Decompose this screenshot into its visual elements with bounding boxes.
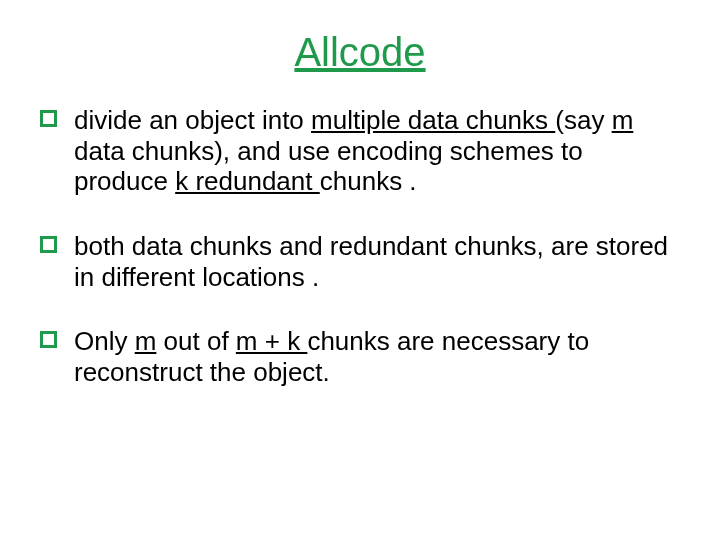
bullet-text: Only m out of m + k chunks are necessary…: [74, 326, 589, 387]
slide-title: Allcode: [40, 30, 680, 75]
square-bullet-icon: [40, 236, 57, 253]
bullet-text: both data chunks and redundant chunks, a…: [74, 231, 668, 292]
bullet-item: both data chunks and redundant chunks, a…: [40, 231, 680, 292]
bullet-item: divide an object into multiple data chun…: [40, 105, 680, 197]
square-bullet-icon: [40, 110, 57, 127]
bullet-text: divide an object into multiple data chun…: [74, 105, 633, 196]
bullet-list: divide an object into multiple data chun…: [40, 105, 680, 388]
bullet-item: Only m out of m + k chunks are necessary…: [40, 326, 680, 387]
square-bullet-icon: [40, 331, 57, 348]
slide: Allcode divide an object into multiple d…: [0, 0, 720, 540]
